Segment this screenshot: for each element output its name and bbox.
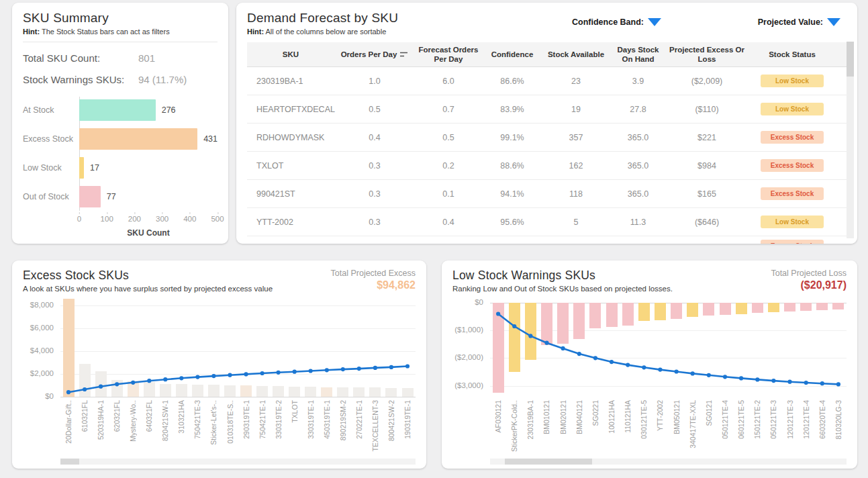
status-bar[interactable]	[79, 186, 101, 207]
bar-290319TE-1[interactable]	[240, 385, 252, 397]
column-header-projected[interactable]: Projected Excess Or Loss	[667, 42, 747, 66]
scrollbar-thumb[interactable]	[60, 459, 79, 465]
bar-190319TE-1[interactable]	[402, 388, 414, 397]
x-axis-label: 150121TE-2	[749, 400, 765, 457]
status-bar-row-low-stock[interactable]: Low Stock17	[23, 153, 218, 182]
bar-120121TE-4[interactable]	[800, 303, 812, 311]
status-bar[interactable]	[79, 157, 84, 179]
bar-150121TE-2[interactable]	[752, 303, 763, 313]
bar-AF030121[interactable]	[493, 303, 504, 393]
x-axis-label: 290319TE-1	[238, 400, 254, 457]
bar-310321HA[interactable]	[176, 384, 187, 397]
bar-YTT-2002[interactable]	[655, 303, 666, 320]
gridline	[60, 305, 416, 306]
bar-750421TE-3[interactable]	[192, 385, 203, 397]
bar-BM040121[interactable]	[573, 303, 585, 339]
projected-value-control[interactable]: Projected Value:	[758, 17, 840, 27]
column-header-stock-available[interactable]: Stock Available	[542, 42, 610, 66]
bar-620321FL[interactable]	[111, 380, 123, 397]
x-axis-label: 120121TE-4	[798, 400, 814, 457]
bar-820421SW-1[interactable]	[160, 384, 171, 397]
bar-750421TE-1[interactable]	[256, 386, 268, 397]
status-bar[interactable]	[79, 99, 156, 121]
bar-SG0221[interactable]	[589, 303, 601, 328]
bar-SG0121[interactable]	[703, 303, 714, 316]
status-value: 431	[203, 134, 218, 144]
bar-050121TE-4[interactable]	[720, 303, 731, 315]
bar-120121TE-3[interactable]	[784, 303, 795, 312]
bar-340417TE-XXL[interactable]	[687, 303, 698, 317]
x-axis-label: 20Dollar-Gift..	[60, 400, 77, 457]
gridline	[60, 397, 416, 397]
bar-270221TE-1[interactable]	[353, 387, 365, 397]
bar-010318TE-S..[interactable]	[224, 385, 236, 397]
bar-StickerPK-Cold..[interactable]	[509, 303, 520, 372]
table-row[interactable]: 230319BA-11.06.086.6%233.9($2,009)Low St…	[247, 67, 847, 95]
table-header: SKU Orders Per Day Forecast Orders Per D…	[247, 42, 847, 67]
bar-660320TE-4[interactable]	[816, 303, 828, 310]
scrollbar-thumb[interactable]	[505, 459, 592, 465]
table-row[interactable]: HEARTOFTXDECAL0.50.783.9%1927.8($110)Low…	[247, 95, 847, 124]
bar-TEXCELLENT-3[interactable]	[369, 387, 381, 397]
bar-810320LG-3[interactable]	[832, 303, 844, 309]
table-row[interactable]: TXLOT0.30.288.6%162365.0$984Excess Stock	[247, 152, 847, 180]
column-header-days-stock[interactable]: Days Stock On Hand	[610, 42, 667, 66]
column-header-forecast-orders[interactable]: Forecast Orders Per Day	[415, 42, 482, 66]
cell-confidence: 86.6%	[482, 67, 542, 95]
status-bar-row-out-of-stock[interactable]: Out of Stock77	[23, 182, 218, 211]
stock-warnings-label: Stock Warnings SKUs:	[23, 74, 138, 85]
bar-20Dollar-Gift..[interactable]	[63, 299, 75, 397]
table-row[interactable]: RDHOWDYMASK0.40.599.1%357365.0$221Excess…	[247, 124, 847, 152]
scrollbar-thumb[interactable]	[847, 42, 854, 77]
bar-060121TE-5[interactable]	[736, 303, 747, 314]
bar-330319TE-1[interactable]	[305, 387, 316, 397]
excess-title: Excess Stock SKUs	[23, 269, 273, 283]
column-header-orders-per-day[interactable]: Orders Per Day	[334, 42, 415, 66]
confidence-band-dropdown-icon[interactable]	[648, 18, 661, 26]
bar-800421SW-2[interactable]	[385, 388, 397, 397]
status-label: Low Stock	[23, 163, 74, 173]
stock-status-badge[interactable]: Low Stock	[761, 75, 824, 87]
bar-890219SM-2[interactable]	[337, 387, 348, 397]
low-horizontal-scrollbar[interactable]	[490, 459, 847, 465]
bar-330319TE-2[interactable]	[273, 386, 284, 397]
status-bar[interactable]	[79, 128, 197, 150]
table-vertical-scrollbar[interactable]	[847, 42, 854, 238]
stock-status-badge[interactable]: Excess Stock	[761, 187, 824, 200]
bar-BM050121[interactable]	[671, 303, 682, 319]
column-header-stock-status[interactable]: Stock Status	[747, 42, 837, 66]
bar-110121HA[interactable]	[622, 303, 634, 326]
table-row[interactable]: 990421ST0.30.194.1%118365.0$165Excess St…	[247, 180, 847, 208]
sku-summary-hint: Hint: The Stock Status bars can act as f…	[23, 28, 218, 36]
bar-230319BA-1[interactable]	[525, 303, 536, 360]
bar-Sticker-Let's-..[interactable]	[208, 385, 220, 397]
excess-horizontal-scrollbar[interactable]	[60, 459, 416, 465]
y-axis-label: ($3,000)	[454, 381, 483, 389]
column-header-confidence[interactable]: Confidence	[482, 42, 542, 66]
stock-status-badge[interactable]: Low Stock	[761, 103, 824, 115]
excess-header: Excess Stock SKUs A look at SKUs where y…	[23, 269, 416, 293]
low-total: Total Projected Loss ($20,917)	[771, 269, 847, 291]
bar-TXLOT[interactable]	[289, 387, 300, 397]
stock-status-badge[interactable]: Low Stock	[761, 216, 824, 228]
x-axis-label: BM010121	[538, 400, 554, 457]
status-bar-row-at-stock[interactable]: At Stock276	[23, 95, 218, 124]
stock-status-badge[interactable]: Excess Stock	[761, 159, 824, 172]
bar-BM020121[interactable]	[557, 303, 569, 344]
bar-640321FL[interactable]	[144, 382, 155, 397]
bar-050121TE-3[interactable]	[768, 303, 779, 312]
stock-status-badge[interactable]: Excess Stock	[761, 131, 824, 144]
bar-BM010121[interactable]	[541, 303, 552, 345]
dashboard: SKU Summary Hint: The Stock Status bars …	[0, 0, 868, 478]
bar-610321FL[interactable]	[79, 364, 91, 397]
bar-520319HA-1[interactable]	[95, 371, 107, 397]
bar-450319TE-1[interactable]	[321, 387, 332, 397]
status-bar-row-excess-stock[interactable]: Excess Stock431	[23, 124, 218, 153]
table-row[interactable]: YTT-20020.30.495.6%511.3($646)Low Stock	[247, 208, 847, 236]
bar-030121TE-5[interactable]	[638, 303, 650, 321]
confidence-band-control[interactable]: Confidence Band:	[572, 17, 661, 27]
bar-Mystery-Wo..[interactable]	[128, 381, 139, 397]
column-header-sku[interactable]: SKU	[247, 42, 334, 66]
projected-value-dropdown-icon[interactable]	[827, 18, 840, 26]
bar-100121HA[interactable]	[606, 303, 618, 327]
